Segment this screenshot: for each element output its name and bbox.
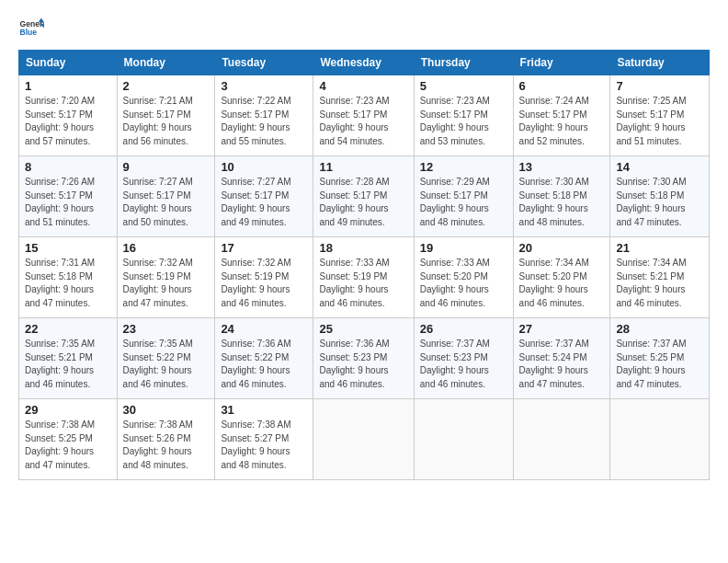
day-info: Sunrise: 7:22 AMSunset: 5:17 PMDaylight:…: [221, 95, 307, 148]
day-number: 3: [221, 79, 307, 93]
day-info: Sunrise: 7:35 AMSunset: 5:22 PMDaylight:…: [123, 338, 210, 391]
calendar-cell: 29Sunrise: 7:38 AMSunset: 5:25 PMDayligh…: [19, 399, 118, 480]
day-number: 2: [123, 79, 210, 93]
page: General Blue SundayMondayTuesdayWednesda…: [0, 0, 728, 489]
day-number: 16: [123, 241, 210, 255]
calendar-cell: 15Sunrise: 7:31 AMSunset: 5:18 PMDayligh…: [19, 237, 118, 318]
logo-icon: General Blue: [18, 17, 44, 42]
day-info: Sunrise: 7:37 AMSunset: 5:24 PMDaylight:…: [519, 338, 605, 391]
weekday-header-wednesday: Wednesday: [313, 51, 414, 75]
calendar-cell: 19Sunrise: 7:33 AMSunset: 5:20 PMDayligh…: [414, 237, 513, 318]
day-info: Sunrise: 7:38 AMSunset: 5:25 PMDaylight:…: [25, 419, 111, 472]
calendar-cell: [513, 399, 610, 480]
calendar-cell: 26Sunrise: 7:37 AMSunset: 5:23 PMDayligh…: [414, 318, 513, 399]
day-info: Sunrise: 7:38 AMSunset: 5:27 PMDaylight:…: [221, 419, 307, 472]
day-number: 15: [25, 241, 111, 255]
day-number: 29: [25, 403, 111, 417]
day-number: 22: [25, 322, 111, 336]
calendar-cell: 30Sunrise: 7:38 AMSunset: 5:26 PMDayligh…: [117, 399, 215, 480]
calendar-cell: 7Sunrise: 7:25 AMSunset: 5:17 PMDaylight…: [610, 75, 710, 156]
day-number: 10: [221, 160, 307, 174]
calendar-cell: 6Sunrise: 7:24 AMSunset: 5:17 PMDaylight…: [513, 75, 610, 156]
day-info: Sunrise: 7:24 AMSunset: 5:17 PMDaylight:…: [519, 95, 605, 148]
calendar-cell: 10Sunrise: 7:27 AMSunset: 5:17 PMDayligh…: [215, 156, 313, 237]
day-info: Sunrise: 7:36 AMSunset: 5:23 PMDaylight:…: [319, 338, 407, 391]
calendar-week-3: 15Sunrise: 7:31 AMSunset: 5:18 PMDayligh…: [19, 237, 710, 318]
calendar-cell: 20Sunrise: 7:34 AMSunset: 5:20 PMDayligh…: [513, 237, 610, 318]
header: General Blue: [18, 17, 710, 42]
calendar-week-2: 8Sunrise: 7:26 AMSunset: 5:17 PMDaylight…: [19, 156, 710, 237]
calendar-cell: 23Sunrise: 7:35 AMSunset: 5:22 PMDayligh…: [117, 318, 215, 399]
weekday-header-friday: Friday: [513, 51, 610, 75]
calendar-cell: [414, 399, 513, 480]
calendar-cell: 24Sunrise: 7:36 AMSunset: 5:22 PMDayligh…: [215, 318, 313, 399]
calendar-cell: 3Sunrise: 7:22 AMSunset: 5:17 PMDaylight…: [215, 75, 313, 156]
svg-text:Blue: Blue: [20, 28, 38, 37]
day-number: 21: [616, 241, 703, 255]
calendar-cell: 12Sunrise: 7:29 AMSunset: 5:17 PMDayligh…: [414, 156, 513, 237]
day-number: 9: [123, 160, 210, 174]
day-number: 17: [221, 241, 307, 255]
day-info: Sunrise: 7:29 AMSunset: 5:17 PMDaylight:…: [420, 176, 507, 229]
calendar-cell: [610, 399, 710, 480]
day-number: 14: [616, 160, 703, 174]
day-info: Sunrise: 7:33 AMSunset: 5:20 PMDaylight:…: [420, 257, 507, 310]
weekday-header-tuesday: Tuesday: [215, 51, 313, 75]
weekday-header-thursday: Thursday: [414, 51, 513, 75]
day-number: 23: [123, 322, 210, 336]
day-number: 25: [319, 322, 407, 336]
day-info: Sunrise: 7:27 AMSunset: 5:17 PMDaylight:…: [123, 176, 210, 229]
logo: General Blue: [18, 17, 44, 42]
calendar-cell: 2Sunrise: 7:21 AMSunset: 5:17 PMDaylight…: [117, 75, 215, 156]
day-info: Sunrise: 7:25 AMSunset: 5:17 PMDaylight:…: [616, 95, 703, 148]
calendar-cell: 21Sunrise: 7:34 AMSunset: 5:21 PMDayligh…: [610, 237, 710, 318]
day-number: 31: [221, 403, 307, 417]
calendar-cell: 27Sunrise: 7:37 AMSunset: 5:24 PMDayligh…: [513, 318, 610, 399]
calendar-week-4: 22Sunrise: 7:35 AMSunset: 5:21 PMDayligh…: [19, 318, 710, 399]
day-info: Sunrise: 7:20 AMSunset: 5:17 PMDaylight:…: [25, 95, 111, 148]
day-info: Sunrise: 7:30 AMSunset: 5:18 PMDaylight:…: [519, 176, 605, 229]
day-number: 1: [25, 79, 111, 93]
day-number: 4: [319, 79, 407, 93]
day-number: 24: [221, 322, 307, 336]
day-info: Sunrise: 7:33 AMSunset: 5:19 PMDaylight:…: [319, 257, 407, 310]
calendar-cell: 22Sunrise: 7:35 AMSunset: 5:21 PMDayligh…: [19, 318, 118, 399]
day-info: Sunrise: 7:27 AMSunset: 5:17 PMDaylight:…: [221, 176, 307, 229]
weekday-header-monday: Monday: [117, 51, 215, 75]
day-info: Sunrise: 7:31 AMSunset: 5:18 PMDaylight:…: [25, 257, 111, 310]
day-info: Sunrise: 7:28 AMSunset: 5:17 PMDaylight:…: [319, 176, 407, 229]
day-number: 28: [616, 322, 703, 336]
weekday-header-sunday: Sunday: [19, 51, 118, 75]
day-number: 30: [123, 403, 210, 417]
day-info: Sunrise: 7:23 AMSunset: 5:17 PMDaylight:…: [420, 95, 507, 148]
day-number: 7: [616, 79, 703, 93]
calendar-cell: 8Sunrise: 7:26 AMSunset: 5:17 PMDaylight…: [19, 156, 118, 237]
day-number: 19: [420, 241, 507, 255]
day-info: Sunrise: 7:36 AMSunset: 5:22 PMDaylight:…: [221, 338, 307, 391]
calendar-week-5: 29Sunrise: 7:38 AMSunset: 5:25 PMDayligh…: [19, 399, 710, 480]
day-number: 5: [420, 79, 507, 93]
calendar-cell: [313, 399, 414, 480]
day-info: Sunrise: 7:37 AMSunset: 5:23 PMDaylight:…: [420, 338, 507, 391]
day-info: Sunrise: 7:37 AMSunset: 5:25 PMDaylight:…: [616, 338, 703, 391]
day-number: 27: [519, 322, 605, 336]
calendar-cell: 25Sunrise: 7:36 AMSunset: 5:23 PMDayligh…: [313, 318, 414, 399]
day-info: Sunrise: 7:21 AMSunset: 5:17 PMDaylight:…: [123, 95, 210, 148]
calendar-cell: 28Sunrise: 7:37 AMSunset: 5:25 PMDayligh…: [610, 318, 710, 399]
calendar-cell: 18Sunrise: 7:33 AMSunset: 5:19 PMDayligh…: [313, 237, 414, 318]
day-info: Sunrise: 7:34 AMSunset: 5:20 PMDaylight:…: [519, 257, 605, 310]
calendar-cell: 16Sunrise: 7:32 AMSunset: 5:19 PMDayligh…: [117, 237, 215, 318]
calendar-table: SundayMondayTuesdayWednesdayThursdayFrid…: [18, 50, 710, 480]
day-info: Sunrise: 7:26 AMSunset: 5:17 PMDaylight:…: [25, 176, 111, 229]
day-info: Sunrise: 7:34 AMSunset: 5:21 PMDaylight:…: [616, 257, 703, 310]
calendar-cell: 31Sunrise: 7:38 AMSunset: 5:27 PMDayligh…: [215, 399, 313, 480]
calendar-cell: 11Sunrise: 7:28 AMSunset: 5:17 PMDayligh…: [313, 156, 414, 237]
calendar-cell: 9Sunrise: 7:27 AMSunset: 5:17 PMDaylight…: [117, 156, 215, 237]
calendar-cell: 4Sunrise: 7:23 AMSunset: 5:17 PMDaylight…: [313, 75, 414, 156]
calendar-cell: 14Sunrise: 7:30 AMSunset: 5:18 PMDayligh…: [610, 156, 710, 237]
calendar-cell: 13Sunrise: 7:30 AMSunset: 5:18 PMDayligh…: [513, 156, 610, 237]
day-info: Sunrise: 7:23 AMSunset: 5:17 PMDaylight:…: [319, 95, 407, 148]
day-number: 8: [25, 160, 111, 174]
day-number: 12: [420, 160, 507, 174]
day-info: Sunrise: 7:32 AMSunset: 5:19 PMDaylight:…: [221, 257, 307, 310]
